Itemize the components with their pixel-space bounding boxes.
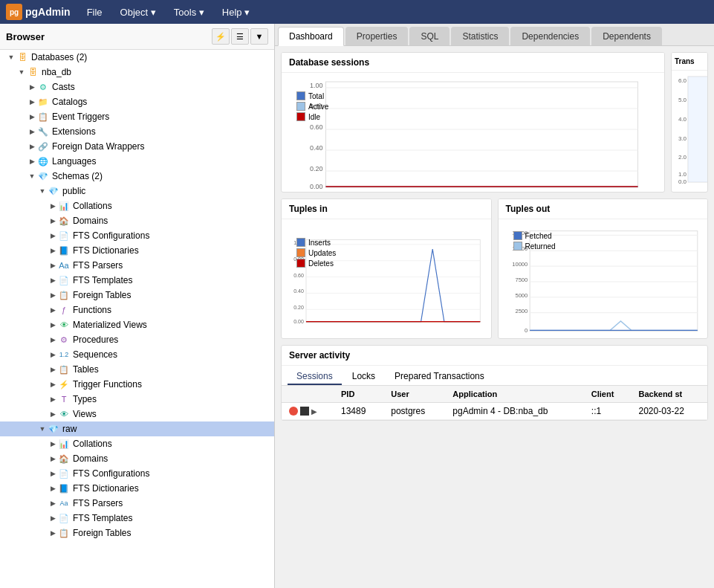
legend-idle-label: Idle xyxy=(308,113,320,121)
tab-dependencies[interactable]: Dependencies xyxy=(510,27,590,45)
expand-functions: ▶ xyxy=(48,306,58,314)
tree-item-nba-db[interactable]: ▼ 🗄 nba_db xyxy=(0,65,274,80)
collations-label: Collations xyxy=(73,201,271,211)
tree-item-raw-fts-parsers[interactable]: ▶ Aa FTS Parsers xyxy=(0,496,274,511)
tab-sql[interactable]: SQL xyxy=(409,27,450,45)
menu-help[interactable]: Help ▾ xyxy=(215,4,257,21)
legend-returned: Returned xyxy=(513,242,556,251)
tree-item-raw-collations[interactable]: ▶ 📊 Collations xyxy=(0,436,274,451)
legend-updates: Updates xyxy=(296,248,336,257)
activity-tab-locks[interactable]: Locks xyxy=(343,369,384,385)
tree-item-fts-dicts[interactable]: ▶ 📘 FTS Dictionaries xyxy=(0,243,274,258)
tab-bar: Dashboard Properties SQL Statistics Depe… xyxy=(275,24,714,46)
tree-item-types[interactable]: ▶ T Types xyxy=(0,392,274,407)
event-triggers-label: Event Triggers xyxy=(52,112,271,122)
tree-item-collations[interactable]: ▶ 📊 Collations xyxy=(0,198,274,213)
legend-active: Active xyxy=(296,102,328,111)
raw-domains-icon: 🏠 xyxy=(58,453,70,465)
sequences-label: Sequences xyxy=(73,349,271,360)
tree-item-functions[interactable]: ▶ ƒ Functions xyxy=(0,303,274,317)
pause-button[interactable] xyxy=(300,407,309,416)
activity-tab-sessions[interactable]: Sessions xyxy=(288,369,342,385)
tree-item-public[interactable]: ▼ 💎 public xyxy=(0,184,274,198)
tree-item-raw-foreign-tables[interactable]: ▶ 📋 Foreign Tables xyxy=(0,526,274,540)
raw-foreign-tables-label: Foreign Tables xyxy=(73,528,271,538)
tree-item-raw-domains[interactable]: ▶ 🏠 Domains xyxy=(0,451,274,466)
expand-event-triggers: ▶ xyxy=(27,113,37,120)
fts-parsers-icon: Aa xyxy=(58,259,70,271)
raw-collations-label: Collations xyxy=(73,439,271,449)
expand-row-button[interactable]: ▶ xyxy=(311,407,317,416)
raw-fts-parsers-label: FTS Parsers xyxy=(73,498,271,508)
tree-item-procedures[interactable]: ▶ ⚙ Procedures xyxy=(0,332,274,347)
tree-item-fts-templates[interactable]: ▶ 📄 FTS Templates xyxy=(0,273,274,288)
transactions-chart: 6.0 5.0 4.0 3.0 2.0 1.0 0.0 xyxy=(672,71,707,190)
tree-item-fdw[interactable]: ▶ 🔗 Foreign Data Wrappers xyxy=(0,139,274,154)
tree-item-tables[interactable]: ▶ 📋 Tables xyxy=(0,362,274,377)
menu-object[interactable]: Object ▾ xyxy=(113,4,163,21)
tab-dependents[interactable]: Dependents xyxy=(591,27,662,45)
col-backend-st: Backend st xyxy=(631,386,707,403)
types-icon: T xyxy=(58,393,70,405)
legend-returned-color xyxy=(513,242,522,251)
tree-item-raw-fts-templates[interactable]: ▶ 📄 FTS Templates xyxy=(0,511,274,526)
transactions-svg: 6.0 5.0 4.0 3.0 2.0 1.0 0.0 xyxy=(673,74,708,185)
tree-item-trigger-functions[interactable]: ▶ ⚡ Trigger Functions xyxy=(0,377,274,392)
tree-item-domains[interactable]: ▶ 🏠 Domains xyxy=(0,213,274,228)
svg-text:0.40: 0.40 xyxy=(310,144,323,152)
svg-text:0.00: 0.00 xyxy=(310,183,323,190)
svg-text:1.00: 1.00 xyxy=(310,82,323,89)
tree-item-languages[interactable]: ▶ 🌐 Languages xyxy=(0,154,274,169)
public-icon: 💎 xyxy=(48,185,59,197)
refresh-button[interactable]: ⚡ xyxy=(212,28,230,45)
tree-item-extensions[interactable]: ▶ 🔧 Extensions xyxy=(0,124,274,139)
tree-item-sequences[interactable]: ▶ 1.2 Sequences xyxy=(0,347,274,362)
activity-tab-prepared-transactions[interactable]: Prepared Transactions xyxy=(386,369,493,385)
expand-sequences: ▶ xyxy=(48,351,58,358)
fdw-label: Foreign Data Wrappers xyxy=(52,141,271,152)
tree-item-views[interactable]: ▶ 👁 Views xyxy=(0,407,274,421)
functions-icon: ƒ xyxy=(58,304,70,316)
tree-item-raw-fts-dicts[interactable]: ▶ 📘 FTS Dictionaries xyxy=(0,481,274,496)
tree-item-databases[interactable]: ▼ 🗄 Databases (2) xyxy=(0,50,274,65)
collations-icon: 📊 xyxy=(58,200,70,212)
filter-button[interactable]: ▼ xyxy=(250,28,268,45)
languages-label: Languages xyxy=(52,156,271,167)
tuples-out-legend: Fetched Returned xyxy=(513,231,556,251)
tree-item-raw-fts-configs[interactable]: ▶ 📄 FTS Configurations xyxy=(0,466,274,481)
expand-fts-configs: ▶ xyxy=(48,232,58,239)
db-sessions-svg: 1.00 0.80 0.60 0.40 0.20 0.00 xyxy=(288,79,658,190)
tab-dashboard[interactable]: Dashboard xyxy=(278,27,344,46)
svg-text:0.40: 0.40 xyxy=(293,288,304,294)
raw-collations-icon: 📊 xyxy=(58,438,70,450)
tables-icon: 📋 xyxy=(58,364,70,375)
tree-item-casts[interactable]: ▶ ⚙ Casts xyxy=(0,80,274,94)
tab-statistics[interactable]: Statistics xyxy=(451,27,509,45)
tree-item-foreign-tables[interactable]: ▶ 📋 Foreign Tables xyxy=(0,288,274,303)
tree-item-fts-parsers[interactable]: ▶ Aa FTS Parsers xyxy=(0,258,274,273)
svg-text:5000: 5000 xyxy=(515,292,528,299)
schemas-label: Schemas (2) xyxy=(52,171,271,181)
svg-text:4.0: 4.0 xyxy=(678,116,687,123)
menu-tools[interactable]: Tools ▾ xyxy=(166,4,212,21)
raw-fts-templates-icon: 📄 xyxy=(58,512,70,524)
db-sessions-title: Database sessions xyxy=(282,53,664,73)
tree-item-catalogs[interactable]: ▶ 📁 Catalogs xyxy=(0,94,274,109)
stop-button[interactable] xyxy=(289,407,298,416)
col-user: User xyxy=(383,386,445,403)
legend-inserts-label: Inserts xyxy=(308,239,331,247)
tree-item-raw[interactable]: ▼ 💎 raw xyxy=(0,421,274,436)
tree-item-fts-configs[interactable]: ▶ 📄 FTS Configurations xyxy=(0,228,274,243)
menu-file[interactable]: File xyxy=(79,4,110,21)
svg-text:7500: 7500 xyxy=(515,277,528,283)
tree-item-event-triggers[interactable]: ▶ 📋 Event Triggers xyxy=(0,109,274,124)
raw-fts-templates-label: FTS Templates xyxy=(73,513,271,523)
legend-deletes-label: Deletes xyxy=(308,259,334,268)
tree-item-schemas[interactable]: ▼ 💎 Schemas (2) xyxy=(0,169,274,184)
tree-item-materialized-views[interactable]: ▶ 👁 Materialized Views xyxy=(0,317,274,332)
tab-properties[interactable]: Properties xyxy=(345,27,409,45)
svg-text:6.0: 6.0 xyxy=(678,77,687,84)
tuples-out-title: Tuples out xyxy=(499,199,708,219)
views-icon: 👁 xyxy=(58,408,70,420)
view-button[interactable]: ☰ xyxy=(231,28,249,45)
